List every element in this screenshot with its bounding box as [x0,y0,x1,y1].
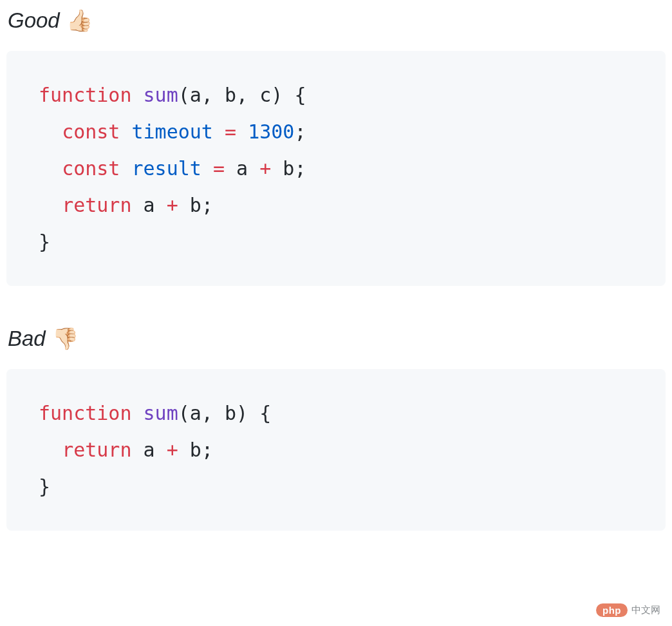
close-paren: ) [271,84,283,106]
expr-b: b [283,157,294,180]
equals-op: = [225,120,236,143]
expr-a: a [236,157,248,180]
semicolon: ; [201,194,213,216]
code-block-good: function sum(a, b, c) { const timeout = … [6,51,666,286]
params: a, b [190,402,236,424]
section-title-good: Good 👍🏻 [8,8,666,33]
indent [39,157,62,180]
plus-op: + [259,157,271,180]
indent [39,439,62,461]
plus-op: + [167,194,178,216]
params: a, b, c [190,84,271,106]
section-title-bad: Bad 👎🏻 [8,326,666,351]
open-brace: { [259,402,271,424]
keyword-function: function [39,402,132,424]
indent [39,120,62,143]
identifier-timeout: timeout [132,120,213,143]
open-brace: { [294,84,306,106]
semicolon: ; [294,120,306,143]
keyword-const: const [62,157,120,180]
keyword-return: return [62,439,131,461]
function-name: sum [144,84,178,106]
expr-a: a [144,439,155,461]
close-paren: ) [236,402,248,424]
expr-a: a [144,194,155,216]
bad-label: Bad [8,327,46,351]
code-block-bad: function sum(a, b) { return a + b; } [6,369,666,531]
semicolon: ; [294,157,306,180]
open-paren: ( [178,84,190,106]
thumbs-up-icon: 👍🏻 [66,8,93,33]
keyword-return: return [62,194,131,216]
keyword-const: const [62,120,120,143]
semicolon: ; [201,439,213,461]
identifier-result: result [132,157,201,180]
expr-b: b [190,439,201,461]
good-label: Good [8,8,60,33]
indent [39,194,62,216]
expr-b: b [190,194,201,216]
close-brace: } [39,231,50,253]
plus-op: + [167,439,178,461]
function-name: sum [144,402,178,424]
equals-op: = [213,157,225,180]
close-brace: } [39,475,50,498]
thumbs-down-icon: 👎🏻 [52,326,79,351]
keyword-function: function [39,84,132,106]
open-paren: ( [178,402,190,424]
number-literal: 1300 [248,120,294,143]
